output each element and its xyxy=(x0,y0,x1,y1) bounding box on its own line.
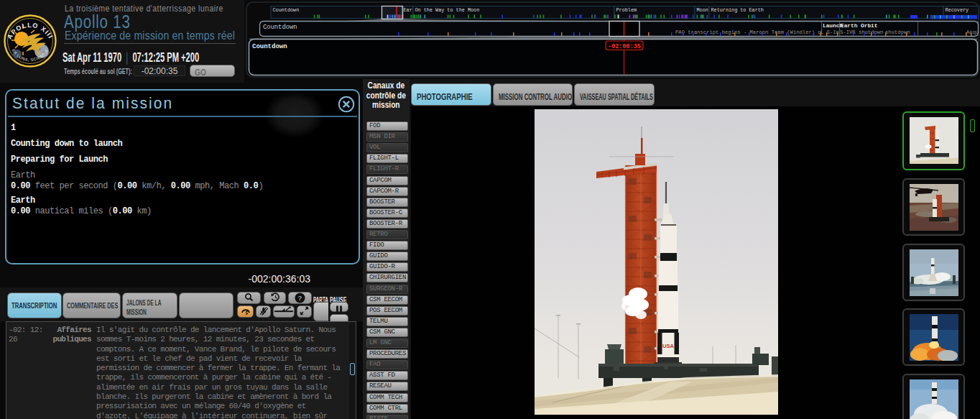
svg-text:Problem: Problem xyxy=(616,7,637,13)
svg-text:Acqu: Acqu xyxy=(966,29,979,35)
svg-text:-02:00:35: -02:00:35 xyxy=(608,43,641,50)
svg-text:Countdown: Countdown xyxy=(273,7,300,13)
svg-text:?: ? xyxy=(298,294,302,302)
svg-text:Recovery: Recovery xyxy=(946,7,969,13)
svg-text:Moon: Moon xyxy=(697,7,708,13)
svg-text:Countdown: Countdown xyxy=(252,43,287,50)
svg-text:Returning to Earth: Returning to Earth xyxy=(711,7,764,13)
svg-text:USA: USA xyxy=(662,343,674,349)
svg-text:S-IVB shutdown: S-IVB shutdown xyxy=(840,29,883,35)
svg-text:L S-In: L S-In xyxy=(820,29,839,35)
svg-text:PAO transcript begins - Maroon: PAO transcript begins - Maroon Team (Win… xyxy=(675,29,821,35)
svg-text:Earth Orbit: Earth Orbit xyxy=(841,23,877,29)
svg-text:On the Way to the Moon: On the Way to the Moon xyxy=(415,7,480,13)
svg-text:Countdown: Countdown xyxy=(263,24,297,31)
svg-text:Ear: Ear xyxy=(404,7,412,13)
